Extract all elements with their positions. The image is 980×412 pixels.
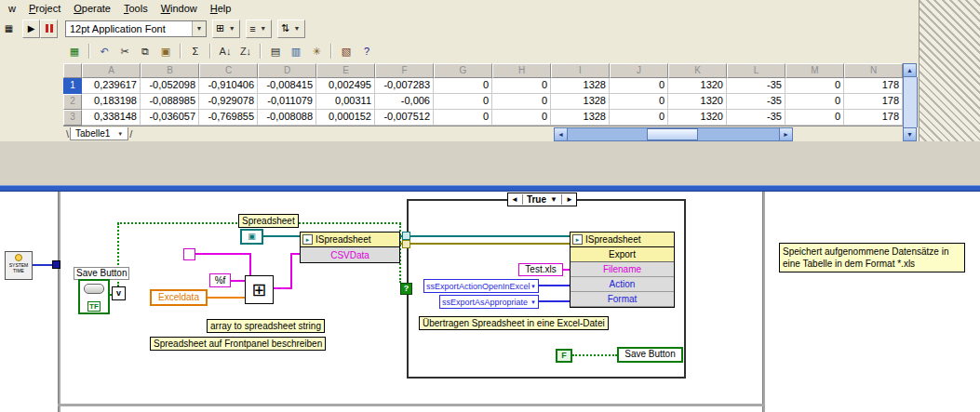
cell[interactable]: -0,008415 — [258, 78, 316, 94]
column-header-a[interactable]: A — [82, 63, 141, 78]
column-header-d[interactable]: D — [258, 63, 316, 78]
cell[interactable]: 1320 — [668, 94, 727, 110]
save-button-terminal-label[interactable]: Save Button — [74, 267, 129, 280]
menu-item-window[interactable]: Window — [154, 1, 204, 16]
align-objects-button[interactable]: ⊞ ▼ — [212, 20, 240, 38]
sort-ascending-icon[interactable]: A↓ — [216, 43, 235, 60]
cell[interactable]: -0,052098 — [141, 78, 199, 94]
cell[interactable]: 178 — [844, 94, 903, 110]
spreadsheet-terminal[interactable]: ▣ — [240, 229, 263, 245]
cell[interactable]: 1320 — [668, 110, 727, 126]
book-icon[interactable]: ▧ — [337, 43, 356, 60]
column-header-b[interactable]: B — [141, 63, 199, 78]
chevron-down-icon[interactable]: ▼ — [117, 131, 123, 137]
exceldata-terminal[interactable]: Exceldata — [150, 289, 208, 306]
sort-descending-icon[interactable]: Z↓ — [236, 43, 255, 60]
row-header-1[interactable]: 1 — [63, 78, 82, 94]
cell[interactable]: -0,088985 — [141, 94, 199, 110]
cell[interactable]: 0 — [610, 78, 668, 94]
cell[interactable]: 0 — [434, 78, 492, 94]
reorder-button[interactable]: ⇅ ▼ — [277, 20, 305, 38]
chevron-down-icon[interactable]: ▼ — [530, 284, 538, 289]
cell[interactable]: 0 — [785, 94, 844, 110]
column-header-h[interactable]: H — [492, 63, 551, 78]
vertical-scrollbar[interactable]: ▲ ▼ — [903, 63, 918, 141]
cell[interactable]: 0 — [434, 110, 492, 126]
chevron-down-icon[interactable]: ▼ — [530, 299, 538, 305]
cell[interactable]: 1320 — [668, 78, 727, 94]
format-string-constant[interactable]: %f — [209, 273, 231, 287]
delimiter-constant[interactable] — [183, 248, 195, 260]
cell[interactable]: -0,006 — [375, 94, 434, 110]
comment-label[interactable]: Speichert aufgenommene Datensätze in ein… — [779, 243, 965, 272]
spreadsheet-app-icon[interactable]: ▦ — [65, 43, 84, 60]
menu-item-operate[interactable]: Operate — [67, 1, 117, 16]
cell[interactable]: -0,011079 — [258, 94, 316, 110]
row-header-2[interactable]: 2 — [63, 94, 82, 110]
column-header-n[interactable]: N — [844, 63, 903, 78]
run-button[interactable]: ▶ — [22, 20, 40, 38]
menu-item-project[interactable]: Project — [22, 1, 67, 16]
cell[interactable]: -0,910406 — [199, 78, 258, 94]
cell[interactable]: 0 — [492, 78, 551, 94]
scroll-left-icon[interactable]: ◄ — [554, 127, 568, 141]
cell[interactable]: 0,000152 — [316, 110, 375, 126]
cell[interactable]: -0,929078 — [199, 94, 258, 110]
case-previous-icon[interactable]: ◄ — [511, 195, 518, 204]
spreadsheet-label[interactable]: Spreadsheet — [238, 214, 299, 228]
cell[interactable]: -35 — [727, 78, 785, 94]
column-header-k[interactable]: K — [668, 63, 727, 78]
case-next-icon[interactable]: ► — [566, 195, 573, 204]
select-all-corner[interactable] — [63, 63, 82, 78]
scroll-right-icon[interactable]: ► — [779, 127, 793, 141]
horizontal-scrollbar[interactable]: ◄ ► — [554, 127, 793, 141]
format-icon[interactable]: ✳ — [307, 43, 326, 60]
excel-export-label[interactable]: Übertragen Spreadsheet in eine Excel-Dat… — [419, 316, 609, 330]
invoke-method-export[interactable]: Export — [571, 247, 674, 262]
help-icon[interactable]: ? — [357, 43, 376, 60]
invoke-param-format[interactable]: Format — [571, 292, 674, 307]
boolean-conversion-node[interactable]: v — [112, 286, 126, 300]
chevron-down-icon[interactable]: ▼ — [192, 21, 206, 36]
invoke-param-action[interactable]: Action — [571, 277, 674, 292]
cell[interactable]: 0,239617 — [82, 78, 141, 94]
cell[interactable]: -0,769855 — [199, 110, 258, 126]
row-header-3[interactable]: 3 — [63, 110, 82, 126]
format-ring-constant[interactable]: ssExportAsAppropriate ▼ — [439, 295, 539, 309]
undo-icon[interactable]: ↶ — [95, 43, 114, 60]
cell[interactable]: 0,338148 — [82, 110, 141, 126]
property-csvdata[interactable]: CSVData — [301, 247, 399, 262]
case-selector-terminal[interactable]: ? — [400, 283, 412, 295]
scroll-down-icon[interactable]: ▼ — [903, 127, 917, 141]
cut-icon[interactable]: ✂ — [115, 43, 134, 60]
save-button-local-variable[interactable]: Save Button — [617, 347, 683, 363]
cell[interactable]: 1328 — [551, 78, 610, 94]
property-node[interactable]: ▸ ISpreadsheet CSVData — [300, 232, 400, 263]
cell[interactable]: 1328 — [551, 94, 610, 110]
cell[interactable]: -0,036057 — [141, 110, 199, 126]
system-time-node[interactable]: SYSTEM TIME — [5, 251, 33, 280]
column-header-m[interactable]: M — [785, 63, 844, 78]
frontpanel-label[interactable]: Spreadsheet auf Frontpanel beschreiben — [150, 337, 326, 351]
cell[interactable]: 178 — [844, 78, 903, 94]
save-button-terminal[interactable]: TF — [78, 279, 110, 314]
column-header-c[interactable]: C — [199, 63, 258, 78]
cell[interactable]: 178 — [844, 110, 903, 126]
invoke-node[interactable]: ▸ ISpreadsheet Export FilenameActionForm… — [570, 232, 675, 308]
column-header-i[interactable]: I — [551, 63, 610, 78]
cell[interactable]: 0 — [785, 110, 844, 126]
cell[interactable]: 0,183198 — [82, 94, 141, 110]
array-to-string-label[interactable]: array to spreadsheet string — [207, 319, 325, 333]
invoke-param-filename[interactable]: Filename — [571, 262, 674, 277]
chevron-down-icon[interactable]: ▼ — [550, 195, 557, 204]
distribute-objects-button[interactable]: ≡ ▼ — [246, 20, 271, 38]
cell[interactable]: 0 — [785, 78, 844, 94]
case-selector-label[interactable]: ◄ True ▼ ► — [507, 193, 577, 206]
sum-icon[interactable]: Σ — [186, 43, 205, 60]
cell[interactable]: -0,008088 — [258, 110, 316, 126]
column-header-f[interactable]: F — [375, 63, 434, 78]
false-constant[interactable]: F — [556, 349, 572, 363]
cell[interactable]: 0 — [434, 94, 492, 110]
cell[interactable]: -35 — [727, 110, 785, 126]
column-header-j[interactable]: J — [610, 63, 668, 78]
